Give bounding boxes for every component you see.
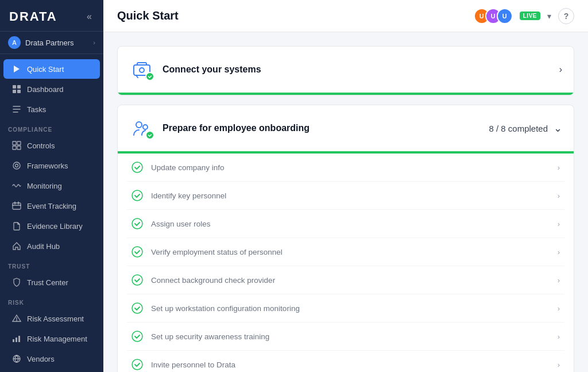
svg-point-29 [132,331,142,342]
sidebar-item-label: Trust Center [27,278,68,287]
svg-rect-7 [13,146,16,149]
sidebar-item-label: Tasks [27,105,46,114]
task-item-invite-personnel[interactable]: Invite personnel to Drata › [127,351,564,372]
task-chevron-icon: › [558,191,560,200]
risk-section-label: RISK [0,293,103,308]
task-item-update-company-info[interactable]: Update company info › [127,154,564,182]
audit-hub-icon [11,241,22,251]
compliance-section-label: COMPLIANCE [0,120,103,135]
svg-point-9 [13,162,20,169]
header-right-area: U U U LIVE ▾ ? [474,8,574,24]
sidebar-item-trust-center[interactable]: Trust Center [3,273,100,292]
svg-rect-5 [13,141,16,145]
svg-rect-11 [13,203,21,209]
connect-complete-badge [145,72,154,81]
employee-onboarding-collapse-button[interactable]: ⌄ [554,122,562,135]
task-item-identify-key-personnel[interactable]: Identify key personnel › [127,182,564,210]
sidebar-item-controls[interactable]: Controls [3,136,100,155]
sidebar-item-label: Audit Hub [27,242,60,251]
sidebar-collapse-button[interactable]: « [84,9,94,24]
avatar: U [497,8,513,24]
svg-point-23 [132,162,142,172]
sidebar-item-label: Frameworks [27,162,68,170]
employee-onboarding-icon-wrap [129,116,154,141]
sidebar-navigation: Quick Start Dashboard Tasks COMPLI [0,54,103,372]
connect-systems-chevron-icon: › [559,64,562,75]
sidebar-item-quick-start[interactable]: Quick Start [3,59,100,79]
sidebar-item-label: Controls [27,141,55,150]
org-icon: A [8,36,21,49]
task-label: Set up security awareness training [151,332,553,341]
task-chevron-icon: › [558,163,560,172]
event-tracking-icon [11,201,22,211]
sidebar-item-label: Risk Management [27,335,87,343]
live-badge: LIVE [520,11,540,20]
connect-systems-card-header[interactable]: Connect your systems › [118,47,574,93]
user-avatars: U U U [474,8,513,24]
org-switcher[interactable]: A Drata Partners › [0,31,103,54]
quick-start-icon [11,64,22,74]
evidence-library-icon [11,221,22,231]
frameworks-icon [11,160,22,171]
task-item-background-check[interactable]: Connect background check provider › [127,266,564,294]
sidebar-item-label: Dashboard [27,85,64,94]
header-dropdown-button[interactable]: ▾ [547,11,551,21]
card-header-left: Prepare for employee onboarding [129,116,310,141]
sidebar-item-label: Monitoring [27,182,62,190]
risk-assessment-icon [11,313,22,324]
tasks-icon [11,104,22,114]
sidebar-item-label: Risk Assessment [27,315,84,323]
sidebar-item-evidence-library[interactable]: Evidence Library [3,216,100,236]
employee-complete-badge [145,131,154,140]
main-area: Quick Start U U U LIVE ▾ ? [103,0,588,372]
svg-rect-14 [18,336,20,342]
svg-point-28 [132,303,142,313]
org-chevron-icon: › [93,39,95,46]
sidebar-item-dashboard[interactable]: Dashboard [3,79,100,99]
sidebar-item-audit-hub[interactable]: Audit Hub [3,236,100,256]
svg-rect-4 [17,90,21,93]
sidebar-item-risk-management[interactable]: Risk Management [3,329,100,348]
task-label: Connect background check provider [151,276,553,285]
task-item-security-training[interactable]: Set up security awareness training › [127,323,564,351]
card-header-left: Connect your systems [129,57,261,82]
svg-rect-12 [13,339,14,342]
sidebar-item-label: Evidence Library [27,222,83,231]
svg-point-27 [132,275,142,285]
page-title: Quick Start [117,9,179,22]
task-list: Update company info › Identify key perso… [118,154,574,372]
svg-point-24 [132,190,142,201]
sidebar-item-tasks[interactable]: Tasks [3,99,100,119]
sidebar-item-assets[interactable]: Assets [3,369,100,372]
task-item-assign-user-roles[interactable]: Assign user roles › [127,210,564,238]
employee-onboarding-title: Prepare for employee onboarding [163,123,310,133]
systems-icon [131,59,152,80]
logo-text: DRATA [9,9,57,24]
task-chevron-icon: › [558,332,560,341]
sidebar-item-label: Quick Start [27,65,64,74]
sidebar-item-event-tracking[interactable]: Event Tracking [3,196,100,216]
task-label: Verify employment status of personnel [151,248,553,256]
svg-point-20 [140,68,144,72]
svg-rect-8 [17,146,21,149]
task-label: Assign user roles [151,220,553,228]
controls-icon [11,140,22,151]
task-item-workstation-monitoring[interactable]: Set up workstation configuration monitor… [127,294,564,323]
sidebar-item-monitoring[interactable]: Monitoring [3,176,100,195]
sidebar-item-risk-assessment[interactable]: Risk Assessment [3,309,100,328]
task-label: Identify key personnel [151,191,553,200]
connect-systems-icon-wrap [129,57,154,82]
svg-point-30 [132,359,142,370]
card-right: 8 / 8 completed ⌄ [489,122,562,135]
employee-icon [131,118,152,139]
svg-point-10 [16,164,18,167]
employee-onboarding-card-header[interactable]: Prepare for employee onboarding 8 / 8 co… [118,105,574,151]
sidebar-item-frameworks[interactable]: Frameworks [3,156,100,175]
help-button[interactable]: ? [558,8,574,24]
employee-onboarding-card: Prepare for employee onboarding 8 / 8 co… [117,105,574,372]
sidebar-item-vendors[interactable]: Vendors [3,349,100,369]
task-check-icon [131,162,143,173]
task-label: Set up workstation configuration monitor… [151,304,553,313]
task-item-verify-employment[interactable]: Verify employment status of personnel › [127,238,564,266]
dashboard-icon [11,84,22,94]
